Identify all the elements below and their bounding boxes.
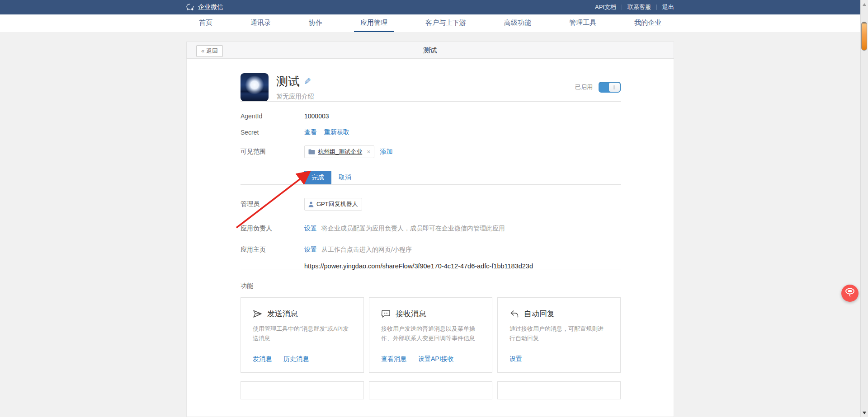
separator: [656, 5, 657, 10]
feature-card-partial: [497, 381, 621, 399]
visible-scope-row: 可见范围 杭州组_测试企业 × 添加: [187, 145, 674, 158]
nav-item-customers[interactable]: 客户与上下游: [419, 14, 472, 32]
done-button[interactable]: 完成: [304, 171, 331, 184]
feature-card-receive: 接收消息 接收用户发送的普通消息以及菜单操作、外部联系人变更回调等事件信息 查看…: [369, 297, 492, 373]
scrollbar-thumb[interactable]: [861, 22, 867, 51]
brand-name: 企业微信: [198, 3, 223, 11]
visible-scope-label: 可见范围: [241, 148, 304, 156]
add-scope-link[interactable]: 添加: [380, 148, 392, 156]
admin-row: 管理员 GPT回复机器人: [187, 198, 674, 211]
admin-member-name: GPT回复机器人: [316, 200, 358, 208]
app-owner-row: 应用负责人 设置 将企业成员配置为应用负责人，成员即可在企业微信内管理此应用: [187, 225, 674, 233]
app-description: 暂无应用介绍: [276, 93, 314, 101]
separator: [622, 5, 622, 10]
logout-link[interactable]: 退出: [662, 3, 674, 11]
app-homepage-label: 应用主页: [241, 246, 304, 254]
scope-tag-text: 杭州组_测试企业: [318, 148, 362, 156]
homepage-set-link[interactable]: 设置: [304, 246, 317, 254]
nav-item-home[interactable]: 首页: [193, 14, 219, 32]
feature-cards: 发送消息 使用管理工具中的"消息群发"或API发送消息 发消息 历史消息: [241, 297, 621, 373]
panel-body: 测试 ✎ 暂无应用介绍 已启用 AgentId: [186, 59, 674, 417]
card-title: 接收消息: [396, 309, 426, 319]
scrollbar[interactable]: [860, 0, 868, 417]
nav-item-advanced[interactable]: 高级功能: [498, 14, 538, 32]
secret-row: Secret 查看 重新获取: [187, 128, 674, 136]
brand: 企业微信: [186, 3, 223, 11]
autoreply-settings-link[interactable]: 设置: [509, 355, 522, 363]
yingdao-float-button[interactable]: [841, 285, 859, 302]
content-area: «返回 测试 测试 ✎ 暂无应用介绍 已启用: [0, 32, 860, 417]
nav-item-my-company[interactable]: 我的企业: [628, 14, 668, 32]
double-chevron-left-icon: «: [201, 47, 204, 54]
card-description: 使用管理工具中的"消息群发"或API发送消息: [253, 324, 352, 343]
message-history-link[interactable]: 历史消息: [283, 355, 309, 363]
page: 企业微信 API文档 联系客服 退出 首页 通讯录 协作 应用管理 客户与上下游…: [0, 0, 860, 417]
divider: [241, 184, 621, 185]
edit-icon[interactable]: ✎: [304, 76, 311, 87]
homepage-description: 从工作台点击进入的网页/小程序: [321, 246, 412, 254]
admin-member-tag: GPT回复机器人: [304, 198, 362, 211]
card-title: 自动回复: [524, 309, 555, 319]
homepage-url: https://power.yingdao.com/shareFlow/3f90…: [304, 262, 533, 270]
app-homepage-row: 应用主页 设置 从工作台点击进入的网页/小程序: [187, 246, 674, 254]
feature-card-send: 发送消息 使用管理工具中的"消息群发"或API发送消息 发消息 历史消息: [241, 297, 364, 373]
send-message-icon: [253, 309, 262, 319]
divider: [241, 101, 621, 102]
feature-cards-partial: [241, 381, 621, 399]
yingdao-logo-icon: [844, 287, 855, 300]
app-name: 测试: [276, 74, 300, 89]
feature-card-partial: [241, 381, 364, 399]
nav-item-contacts[interactable]: 通讯录: [244, 14, 277, 32]
app-header: 测试 ✎ 暂无应用介绍 已启用: [187, 73, 674, 101]
panel-header: «返回 测试: [186, 42, 674, 59]
app-owner-label: 应用负责人: [241, 225, 304, 233]
nav-item-admin-tools[interactable]: 管理工具: [563, 14, 603, 32]
app-logo-image: [241, 73, 269, 101]
card-title: 发送消息: [267, 309, 298, 319]
homepage-url-row: https://power.yingdao.com/shareFlow/3f90…: [187, 262, 674, 270]
card-description: 通过接收用户的消息，可配置规则进行自动回复: [509, 324, 609, 343]
card-description: 接收用户发送的普通消息以及菜单操作、外部联系人变更回调等事件信息: [381, 324, 480, 343]
topbar-links: API文档 联系客服 退出: [595, 3, 674, 11]
agentid-label: AgentId: [241, 112, 304, 120]
agentid-value: 1000003: [304, 112, 329, 120]
cancel-link[interactable]: 取消: [339, 173, 351, 182]
send-message-link[interactable]: 发消息: [253, 355, 272, 363]
nav-item-collaboration[interactable]: 协作: [302, 14, 329, 32]
scroll-up-icon[interactable]: [863, 3, 866, 6]
admin-label: 管理员: [241, 200, 304, 208]
owner-set-link[interactable]: 设置: [304, 225, 317, 233]
person-icon: [308, 201, 314, 207]
folder-icon: [308, 149, 315, 155]
feature-card-autoreply: 自动回复 通过接收用户的消息，可配置规则进行自动回复 设置: [497, 297, 621, 373]
secret-view-link[interactable]: 查看: [304, 128, 317, 136]
app-detail-panel: «返回 测试 测试 ✎ 暂无应用介绍 已启用: [186, 42, 674, 417]
set-api-receive-link[interactable]: 设置API接收: [418, 355, 454, 363]
topbar: 企业微信 API文档 联系客服 退出: [0, 0, 860, 14]
secret-label: Secret: [241, 129, 304, 136]
scroll-down-icon[interactable]: [863, 412, 866, 414]
contact-support-link[interactable]: 联系客服: [627, 3, 651, 11]
enabled-toggle[interactable]: [599, 82, 621, 93]
back-button[interactable]: «返回: [196, 45, 223, 57]
divider: [241, 270, 621, 270]
agentid-row: AgentId 1000003: [187, 112, 674, 120]
scope-tag: 杭州组_测试企业 ×: [304, 145, 374, 158]
secret-refresh-link[interactable]: 重新获取: [324, 128, 349, 136]
toggle-knob: [609, 83, 620, 92]
enabled-label: 已启用: [575, 83, 593, 91]
reply-arrow-icon: [509, 309, 519, 319]
wechat-work-logo-icon: [186, 4, 195, 11]
nav-item-app-management[interactable]: 应用管理: [354, 14, 394, 32]
view-messages-link[interactable]: 查看消息: [381, 355, 406, 363]
features-section-label: 功能: [187, 282, 674, 290]
page-title: 测试: [424, 46, 437, 55]
feature-card-partial: [369, 381, 492, 399]
remove-scope-icon[interactable]: ×: [367, 149, 370, 155]
scope-actions-row: 完成 取消: [187, 171, 674, 184]
api-docs-link[interactable]: API文档: [595, 3, 616, 11]
main-nav: 首页 通讯录 协作 应用管理 客户与上下游 高级功能 管理工具 我的企业: [0, 14, 860, 32]
owner-description: 将企业成员配置为应用负责人，成员即可在企业微信内管理此应用: [321, 225, 505, 233]
receive-message-icon: [381, 309, 391, 319]
